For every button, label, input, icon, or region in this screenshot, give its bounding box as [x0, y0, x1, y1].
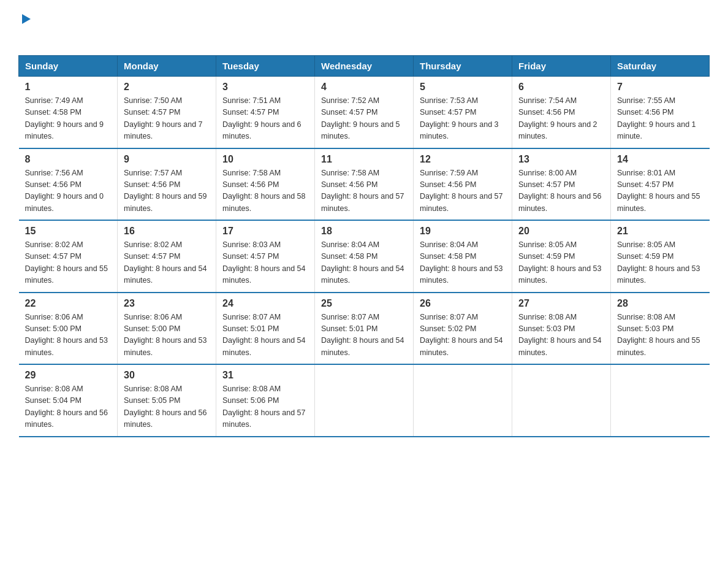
logo-arrow-icon	[20, 12, 33, 28]
calendar-table: SundayMondayTuesdayWednesdayThursdayFrid…	[18, 55, 710, 437]
day-info: Sunrise: 7:50 AMSunset: 4:57 PMDaylight:…	[124, 96, 203, 140]
calendar-cell: 27 Sunrise: 8:08 AMSunset: 5:03 PMDaylig…	[512, 293, 611, 365]
day-number: 13	[518, 154, 604, 165]
calendar-cell: 29 Sunrise: 8:08 AMSunset: 5:04 PMDaylig…	[19, 364, 118, 437]
day-info: Sunrise: 7:49 AMSunset: 4:58 PMDaylight:…	[25, 96, 104, 140]
calendar-cell	[611, 364, 710, 437]
weekday-header-sunday: Sunday	[19, 56, 118, 77]
day-info: Sunrise: 8:08 AMSunset: 5:03 PMDaylight:…	[518, 313, 602, 357]
calendar-cell: 31 Sunrise: 8:08 AMSunset: 5:06 PMDaylig…	[216, 364, 315, 437]
calendar-cell: 5 Sunrise: 7:53 AMSunset: 4:57 PMDayligh…	[414, 77, 512, 148]
day-info: Sunrise: 7:58 AMSunset: 4:56 PMDaylight:…	[222, 169, 306, 213]
calendar-cell: 2 Sunrise: 7:50 AMSunset: 4:57 PMDayligh…	[118, 77, 216, 148]
day-number: 29	[25, 370, 112, 381]
day-info: Sunrise: 7:52 AMSunset: 4:57 PMDaylight:…	[321, 96, 400, 140]
day-number: 12	[420, 154, 506, 165]
calendar-cell	[512, 364, 611, 437]
day-info: Sunrise: 8:05 AMSunset: 4:59 PMDaylight:…	[617, 240, 700, 285]
day-number: 14	[617, 154, 703, 165]
day-info: Sunrise: 7:55 AMSunset: 4:56 PMDaylight:…	[617, 96, 696, 140]
day-info: Sunrise: 8:06 AMSunset: 5:00 PMDaylight:…	[25, 313, 108, 357]
svg-marker-0	[22, 14, 31, 24]
calendar-week-row: 22 Sunrise: 8:06 AMSunset: 5:00 PMDaylig…	[19, 293, 710, 365]
calendar-week-row: 8 Sunrise: 7:56 AMSunset: 4:56 PMDayligh…	[19, 148, 710, 221]
day-number: 10	[222, 154, 308, 165]
calendar-cell: 4 Sunrise: 7:52 AMSunset: 4:57 PMDayligh…	[315, 77, 414, 148]
calendar-cell: 8 Sunrise: 7:56 AMSunset: 4:56 PMDayligh…	[19, 148, 118, 221]
day-number: 28	[617, 298, 703, 309]
calendar-week-row: 29 Sunrise: 8:08 AMSunset: 5:04 PMDaylig…	[19, 364, 710, 437]
calendar-cell	[414, 364, 512, 437]
day-info: Sunrise: 8:02 AMSunset: 4:57 PMDaylight:…	[25, 240, 108, 285]
day-info: Sunrise: 8:08 AMSunset: 5:05 PMDaylight:…	[124, 385, 207, 429]
day-number: 2	[124, 82, 210, 93]
calendar-cell: 10 Sunrise: 7:58 AMSunset: 4:56 PMDaylig…	[216, 148, 315, 221]
day-info: Sunrise: 7:59 AMSunset: 4:56 PMDaylight:…	[420, 169, 503, 213]
calendar-week-row: 1 Sunrise: 7:49 AMSunset: 4:58 PMDayligh…	[19, 77, 710, 148]
calendar-cell: 28 Sunrise: 8:08 AMSunset: 5:03 PMDaylig…	[611, 293, 710, 365]
weekday-header-row: SundayMondayTuesdayWednesdayThursdayFrid…	[19, 56, 710, 77]
day-info: Sunrise: 8:08 AMSunset: 5:04 PMDaylight:…	[25, 385, 108, 429]
weekday-header-wednesday: Wednesday	[315, 56, 414, 77]
day-number: 4	[321, 82, 407, 93]
day-info: Sunrise: 8:05 AMSunset: 4:59 PMDaylight:…	[518, 240, 602, 285]
day-number: 11	[321, 154, 407, 165]
day-number: 1	[25, 82, 112, 93]
day-number: 5	[420, 82, 506, 93]
day-number: 23	[124, 298, 210, 309]
day-info: Sunrise: 8:04 AMSunset: 4:58 PMDaylight:…	[321, 240, 404, 285]
day-number: 3	[222, 82, 308, 93]
calendar-cell: 19 Sunrise: 8:04 AMSunset: 4:58 PMDaylig…	[414, 220, 512, 293]
day-number: 24	[222, 298, 308, 309]
calendar-cell: 25 Sunrise: 8:07 AMSunset: 5:01 PMDaylig…	[315, 293, 414, 365]
calendar-cell: 7 Sunrise: 7:55 AMSunset: 4:56 PMDayligh…	[611, 77, 710, 148]
calendar-cell: 15 Sunrise: 8:02 AMSunset: 4:57 PMDaylig…	[19, 220, 118, 293]
calendar-cell	[315, 364, 414, 437]
page-header	[18, 12, 710, 44]
calendar-cell: 20 Sunrise: 8:05 AMSunset: 4:59 PMDaylig…	[512, 220, 611, 293]
calendar-cell: 12 Sunrise: 7:59 AMSunset: 4:56 PMDaylig…	[414, 148, 512, 221]
day-info: Sunrise: 8:02 AMSunset: 4:57 PMDaylight:…	[124, 240, 207, 285]
calendar-cell: 13 Sunrise: 8:00 AMSunset: 4:57 PMDaylig…	[512, 148, 611, 221]
day-info: Sunrise: 8:07 AMSunset: 5:01 PMDaylight:…	[222, 313, 306, 357]
day-number: 27	[518, 298, 604, 309]
day-info: Sunrise: 8:07 AMSunset: 5:02 PMDaylight:…	[420, 313, 503, 357]
calendar-cell: 11 Sunrise: 7:58 AMSunset: 4:56 PMDaylig…	[315, 148, 414, 221]
day-number: 19	[420, 226, 506, 237]
day-info: Sunrise: 8:01 AMSunset: 4:57 PMDaylight:…	[617, 169, 700, 213]
calendar-cell: 21 Sunrise: 8:05 AMSunset: 4:59 PMDaylig…	[611, 220, 710, 293]
day-info: Sunrise: 8:08 AMSunset: 5:03 PMDaylight:…	[617, 313, 700, 357]
day-info: Sunrise: 8:08 AMSunset: 5:06 PMDaylight:…	[222, 385, 306, 429]
day-number: 26	[420, 298, 506, 309]
calendar-cell: 9 Sunrise: 7:57 AMSunset: 4:56 PMDayligh…	[118, 148, 216, 221]
calendar-cell: 23 Sunrise: 8:06 AMSunset: 5:00 PMDaylig…	[118, 293, 216, 365]
day-info: Sunrise: 7:54 AMSunset: 4:56 PMDaylight:…	[518, 96, 597, 140]
calendar-week-row: 15 Sunrise: 8:02 AMSunset: 4:57 PMDaylig…	[19, 220, 710, 293]
day-info: Sunrise: 7:56 AMSunset: 4:56 PMDaylight:…	[25, 169, 104, 213]
calendar-cell: 22 Sunrise: 8:06 AMSunset: 5:00 PMDaylig…	[19, 293, 118, 365]
calendar-cell: 17 Sunrise: 8:03 AMSunset: 4:57 PMDaylig…	[216, 220, 315, 293]
weekday-header-friday: Friday	[512, 56, 611, 77]
calendar-cell: 16 Sunrise: 8:02 AMSunset: 4:57 PMDaylig…	[118, 220, 216, 293]
calendar-cell: 18 Sunrise: 8:04 AMSunset: 4:58 PMDaylig…	[315, 220, 414, 293]
day-info: Sunrise: 8:07 AMSunset: 5:01 PMDaylight:…	[321, 313, 404, 357]
day-number: 18	[321, 226, 407, 237]
day-info: Sunrise: 7:53 AMSunset: 4:57 PMDaylight:…	[420, 96, 499, 140]
day-info: Sunrise: 7:57 AMSunset: 4:56 PMDaylight:…	[124, 169, 207, 213]
day-number: 31	[222, 370, 308, 381]
calendar-cell: 6 Sunrise: 7:54 AMSunset: 4:56 PMDayligh…	[512, 77, 611, 148]
day-number: 22	[25, 298, 112, 309]
day-number: 7	[617, 82, 703, 93]
calendar-cell: 1 Sunrise: 7:49 AMSunset: 4:58 PMDayligh…	[19, 77, 118, 148]
calendar-cell: 26 Sunrise: 8:07 AMSunset: 5:02 PMDaylig…	[414, 293, 512, 365]
weekday-header-saturday: Saturday	[611, 56, 710, 77]
calendar-cell: 30 Sunrise: 8:08 AMSunset: 5:05 PMDaylig…	[118, 364, 216, 437]
day-info: Sunrise: 7:58 AMSunset: 4:56 PMDaylight:…	[321, 169, 404, 213]
day-number: 15	[25, 226, 112, 237]
day-info: Sunrise: 8:06 AMSunset: 5:00 PMDaylight:…	[124, 313, 207, 357]
calendar-cell: 24 Sunrise: 8:07 AMSunset: 5:01 PMDaylig…	[216, 293, 315, 365]
day-number: 17	[222, 226, 308, 237]
day-number: 6	[518, 82, 604, 93]
day-number: 25	[321, 298, 407, 309]
day-number: 8	[25, 154, 112, 165]
